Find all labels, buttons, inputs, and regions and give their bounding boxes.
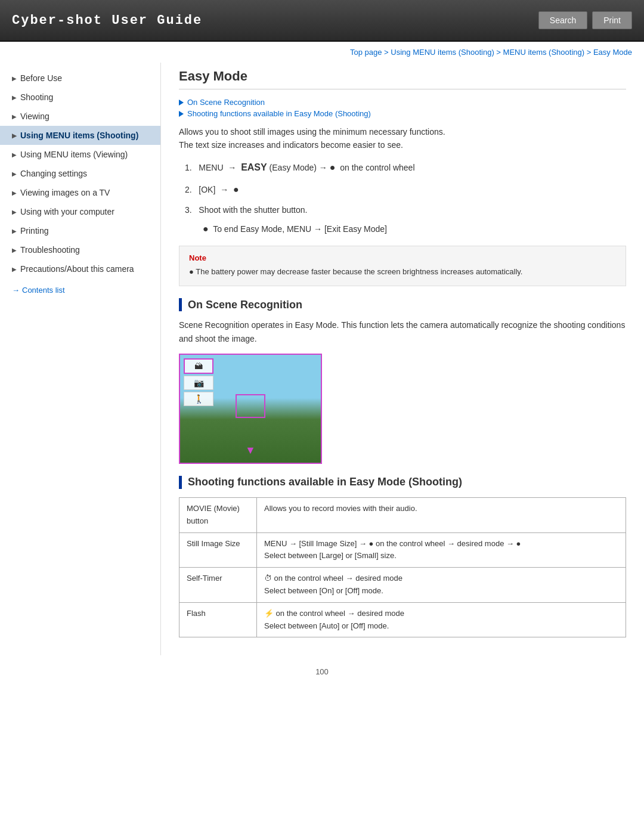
breadcrumb-menu-items[interactable]: MENU items (Shooting) [503,48,585,57]
table-cell-description: Allows you to record movies with their a… [257,497,626,532]
sidebar-item-label: Using MENU items (Shooting) [20,131,138,140]
app-title: Cyber-shot User Guide [12,13,202,28]
sidebar-item-changing-settings[interactable]: ▶ Changing settings [0,164,160,183]
table-row: Flash ⚡ on the control wheel → desired m… [179,602,626,637]
note-label: Note [189,253,616,262]
arrow-right-icon: → [12,286,20,295]
section-bar-icon [179,298,182,311]
search-button[interactable]: Search [538,11,587,29]
camera-scene-image: 🏔 📷 🚶 ▼ [179,354,322,464]
sidebar-item-label: Using with your computer [20,207,114,216]
section-bar-icon [179,476,182,489]
feature-table: MOVIE (Movie) button Allows you to recor… [179,497,626,637]
sidebar-item-viewing[interactable]: ▶ Viewing [0,107,160,126]
table-row: Still Image Size MENU → [Still Image Siz… [179,532,626,568]
sidebar-item-using-computer[interactable]: ▶ Using with your computer [0,202,160,221]
table-cell-feature: MOVIE (Movie) button [179,497,257,532]
print-button[interactable]: Print [592,11,632,29]
table-cell-feature: Flash [179,602,257,637]
section-on-scene: On Scene Recognition [179,298,626,311]
table-cell-feature: Self-Timer [179,568,257,603]
sidebar-item-label: Troubleshooting [20,245,80,255]
chevron-right-icon: ▶ [12,209,17,215]
camera-arrow-icon: ▼ [245,444,256,457]
step-2: 2. [OK] → ● [185,181,626,199]
chevron-right-icon: ▶ [12,228,17,234]
table-row: MOVIE (Movie) button Allows you to recor… [179,497,626,532]
sidebar-item-precautions[interactable]: ▶ Precautions/About this camera [0,259,160,278]
sidebar-item-using-menu-viewing[interactable]: ▶ Using MENU items (Viewing) [0,145,160,164]
shooting-functions-anchor[interactable]: Shooting functions available in Easy Mod… [187,109,371,118]
chevron-right-icon: ▶ [12,247,17,253]
sidebar-item-label: Using MENU items (Viewing) [20,150,128,159]
table-cell-feature: Still Image Size [179,532,257,568]
header: Cyber-shot User Guide Search Print [0,0,644,42]
sidebar-item-label: Changing settings [20,169,87,178]
chevron-right-icon: ▶ [12,94,17,101]
header-buttons: Search Print [538,11,632,29]
note-box: Note ● The battery power may decrease fa… [179,246,626,286]
breadcrumb-top[interactable]: Top page [350,48,382,57]
sidebar: ▶ Before Use ▶ Shooting ▶ Viewing ▶ Usin… [0,63,161,655]
sidebar-item-label: Precautions/About this camera [20,264,134,274]
shooting-functions-link[interactable]: Shooting functions available in Easy Mod… [179,109,626,118]
table-row: Self-Timer ⏱ on the control wheel → desi… [179,568,626,603]
breadcrumb-using-menu[interactable]: Using MENU items (Shooting) [391,48,494,57]
breadcrumb-easy-mode[interactable]: Easy Mode [593,48,632,57]
step-3: 3. Shoot with the shutter button. ● To e… [185,203,626,237]
sidebar-item-using-menu-shooting[interactable]: ▶ Using MENU items (Shooting) [0,126,160,145]
sidebar-item-before-use[interactable]: ▶ Before Use [0,69,160,88]
scene-description: Scene Recognition operates in Easy Mode.… [179,318,626,345]
section-shooting-functions-heading: Shooting functions available in Easy Mod… [188,476,462,488]
description-line2: The text size increases and indicators b… [179,138,626,151]
sidebar-item-label: Shooting [20,92,53,102]
triangle-icon [179,100,184,106]
table-cell-description: MENU → [Still Image Size] → ● on the con… [257,532,626,568]
chevron-right-icon: ▶ [12,132,17,139]
chevron-right-icon: ▶ [12,75,17,82]
sidebar-item-printing[interactable]: ▶ Printing [0,221,160,240]
sidebar-item-shooting[interactable]: ▶ Shooting [0,88,160,107]
cam-icon-camera: 📷 [184,376,213,390]
step-3-bullet: ● To end Easy Mode, MENU → [Exit Easy Mo… [203,221,626,238]
contents-list-label: Contents list [22,286,65,295]
easy-label: EASY [241,162,267,172]
chevron-right-icon: ▶ [12,171,17,177]
sidebar-item-label: Viewing [20,112,49,121]
camera-focus-box [236,394,265,418]
page-title: Easy Mode [179,69,626,89]
chevron-right-icon: ▶ [12,190,17,196]
contents-list-link[interactable]: → Contents list [0,278,160,302]
footer: 100 [0,655,644,688]
on-scene-link[interactable]: On Scene Recognition [179,98,626,107]
sidebar-item-label: Printing [20,226,48,236]
triangle-icon [179,111,184,117]
chevron-right-icon: ▶ [12,113,17,120]
sidebar-item-label: Viewing images on a TV [20,188,110,197]
page-number: 100 [315,667,329,676]
description-line1: Allows you to shoot still images using t… [179,125,626,138]
on-scene-anchor[interactable]: On Scene Recognition [187,98,265,107]
table-cell-description: ⚡ on the control wheel → desired mode Se… [257,602,626,637]
chevron-right-icon: ▶ [12,266,17,272]
description: Allows you to shoot still images using t… [179,125,626,152]
main-content: Easy Mode On Scene Recognition Shooting … [161,63,644,655]
step-1: 1. MENU → EASY (Easy Mode) → ● on the co… [185,159,626,176]
breadcrumb: Top page > Using MENU items (Shooting) >… [0,42,644,63]
section-on-scene-heading: On Scene Recognition [188,299,302,311]
cam-icon-landscape: 🏔 [184,358,213,374]
camera-overlay: 🏔 📷 🚶 [184,358,213,406]
sidebar-item-viewing-tv[interactable]: ▶ Viewing images on a TV [0,183,160,202]
section-shooting-functions: Shooting functions available in Easy Mod… [179,476,626,489]
sidebar-item-label: Before Use [20,73,62,83]
table-cell-description: ⏱ on the control wheel → desired mode Se… [257,568,626,603]
cam-icon-person: 🚶 [184,392,213,406]
note-content: ● The battery power may decrease faster … [189,266,616,278]
sidebar-item-troubleshooting[interactable]: ▶ Troubleshooting [0,240,160,259]
chevron-right-icon: ▶ [12,151,17,158]
page-layout: ▶ Before Use ▶ Shooting ▶ Viewing ▶ Usin… [0,63,644,655]
